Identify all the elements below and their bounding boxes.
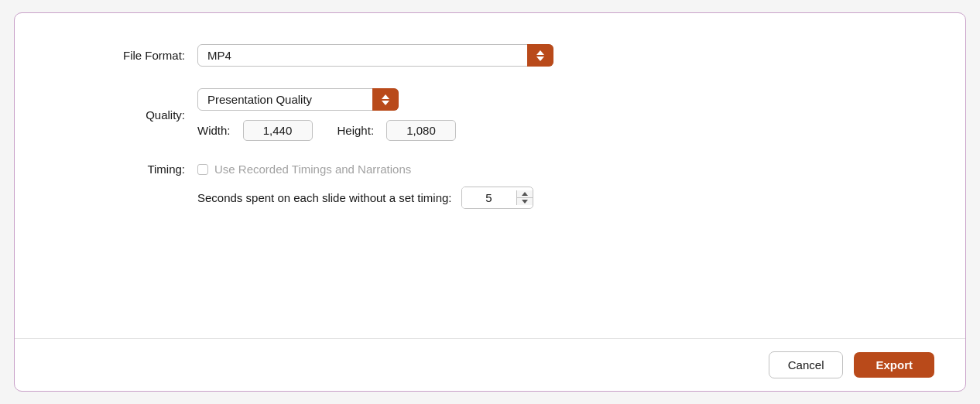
- quality-sub-section: Presentation Quality Width: 1,440 Height…: [197, 88, 456, 141]
- file-format-select[interactable]: MP4: [197, 44, 553, 67]
- width-label: Width:: [197, 124, 231, 137]
- quality-arrow-up-icon: [382, 94, 389, 99]
- seconds-row: Seconds spent on each slide without a se…: [197, 187, 533, 209]
- dimension-row: Width: 1,440 Height: 1,080: [197, 120, 456, 141]
- cancel-button[interactable]: Cancel: [769, 351, 844, 378]
- seconds-label: Seconds spent on each slide without a se…: [197, 191, 452, 204]
- file-format-stepper-button[interactable]: [527, 44, 553, 67]
- quality-row: Quality: Presentation Quality Width:: [61, 88, 919, 141]
- file-format-arrow-up-icon: [536, 50, 544, 55]
- file-format-arrow-down-icon: [536, 56, 544, 61]
- increment-arrow-icon: [522, 192, 528, 196]
- seconds-input[interactable]: [462, 187, 516, 208]
- dialog-body: File Format: MP4 Quality: Presentation Q…: [15, 13, 965, 338]
- quality-select-inner-wrapper: Presentation Quality: [197, 88, 399, 111]
- export-button[interactable]: Export: [854, 352, 934, 378]
- timing-checkbox-label: Use Recorded Timings and Narrations: [214, 163, 411, 176]
- timing-checkbox[interactable]: [197, 164, 208, 175]
- stepper-arrows: [516, 190, 533, 205]
- dialog-footer: Cancel Export: [15, 338, 965, 391]
- seconds-decrement-button[interactable]: [517, 198, 533, 205]
- timing-label: Timing:: [61, 163, 185, 176]
- quality-arrow-down-icon: [382, 101, 389, 105]
- export-dialog: File Format: MP4 Quality: Presentation Q…: [14, 12, 966, 392]
- timing-row: Timing: Use Recorded Timings and Narrati…: [61, 163, 919, 209]
- width-input[interactable]: 1,440: [243, 120, 313, 141]
- quality-stepper-button[interactable]: [372, 88, 399, 111]
- quality-label: Quality:: [61, 108, 185, 122]
- file-format-select-wrapper: MP4: [197, 44, 553, 67]
- seconds-increment-button[interactable]: [517, 190, 533, 198]
- file-format-label: File Format:: [61, 49, 185, 62]
- checkbox-row: Use Recorded Timings and Narrations: [197, 163, 533, 176]
- quality-select-wrapper: Presentation Quality: [197, 88, 456, 111]
- height-label: Height:: [338, 124, 375, 137]
- height-input[interactable]: 1,080: [386, 120, 456, 141]
- quality-select[interactable]: Presentation Quality: [197, 88, 399, 111]
- timing-content: Use Recorded Timings and Narrations Seco…: [197, 163, 533, 209]
- seconds-stepper-wrapper: [461, 187, 533, 209]
- decrement-arrow-icon: [522, 200, 528, 204]
- file-format-row: File Format: MP4: [61, 44, 919, 67]
